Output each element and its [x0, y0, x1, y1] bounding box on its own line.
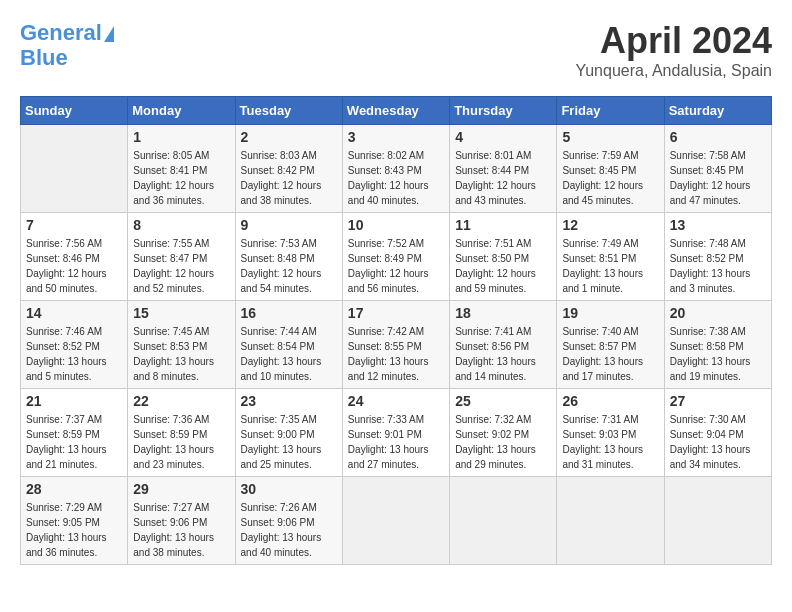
calendar-cell: 5Sunrise: 7:59 AM Sunset: 8:45 PM Daylig…	[557, 125, 664, 213]
calendar-cell: 26Sunrise: 7:31 AM Sunset: 9:03 PM Dayli…	[557, 389, 664, 477]
day-info: Sunrise: 7:59 AM Sunset: 8:45 PM Dayligh…	[562, 148, 658, 208]
day-number: 20	[670, 305, 766, 321]
day-number: 12	[562, 217, 658, 233]
calendar-cell	[557, 477, 664, 565]
day-number: 29	[133, 481, 229, 497]
day-info: Sunrise: 7:38 AM Sunset: 8:58 PM Dayligh…	[670, 324, 766, 384]
day-info: Sunrise: 7:27 AM Sunset: 9:06 PM Dayligh…	[133, 500, 229, 560]
calendar-cell: 16Sunrise: 7:44 AM Sunset: 8:54 PM Dayli…	[235, 301, 342, 389]
day-number: 23	[241, 393, 337, 409]
day-info: Sunrise: 8:02 AM Sunset: 8:43 PM Dayligh…	[348, 148, 444, 208]
day-number: 8	[133, 217, 229, 233]
calendar-cell: 22Sunrise: 7:36 AM Sunset: 8:59 PM Dayli…	[128, 389, 235, 477]
day-info: Sunrise: 7:58 AM Sunset: 8:45 PM Dayligh…	[670, 148, 766, 208]
day-info: Sunrise: 7:26 AM Sunset: 9:06 PM Dayligh…	[241, 500, 337, 560]
calendar-cell: 6Sunrise: 7:58 AM Sunset: 8:45 PM Daylig…	[664, 125, 771, 213]
day-info: Sunrise: 8:05 AM Sunset: 8:41 PM Dayligh…	[133, 148, 229, 208]
day-number: 25	[455, 393, 551, 409]
page-header: General Blue April 2024 Yunquera, Andalu…	[20, 20, 772, 80]
calendar-cell: 3Sunrise: 8:02 AM Sunset: 8:43 PM Daylig…	[342, 125, 449, 213]
calendar-cell	[664, 477, 771, 565]
day-info: Sunrise: 7:29 AM Sunset: 9:05 PM Dayligh…	[26, 500, 122, 560]
calendar-cell	[21, 125, 128, 213]
day-number: 4	[455, 129, 551, 145]
calendar-cell	[450, 477, 557, 565]
calendar-cell: 21Sunrise: 7:37 AM Sunset: 8:59 PM Dayli…	[21, 389, 128, 477]
calendar-cell: 11Sunrise: 7:51 AM Sunset: 8:50 PM Dayli…	[450, 213, 557, 301]
day-number: 27	[670, 393, 766, 409]
day-info: Sunrise: 7:51 AM Sunset: 8:50 PM Dayligh…	[455, 236, 551, 296]
day-number: 21	[26, 393, 122, 409]
weekday-header-row: SundayMondayTuesdayWednesdayThursdayFrid…	[21, 97, 772, 125]
day-info: Sunrise: 8:03 AM Sunset: 8:42 PM Dayligh…	[241, 148, 337, 208]
day-number: 5	[562, 129, 658, 145]
calendar-cell: 29Sunrise: 7:27 AM Sunset: 9:06 PM Dayli…	[128, 477, 235, 565]
weekday-header-tuesday: Tuesday	[235, 97, 342, 125]
day-number: 3	[348, 129, 444, 145]
calendar-cell: 13Sunrise: 7:48 AM Sunset: 8:52 PM Dayli…	[664, 213, 771, 301]
day-number: 9	[241, 217, 337, 233]
day-number: 16	[241, 305, 337, 321]
calendar-cell: 15Sunrise: 7:45 AM Sunset: 8:53 PM Dayli…	[128, 301, 235, 389]
day-info: Sunrise: 7:42 AM Sunset: 8:55 PM Dayligh…	[348, 324, 444, 384]
calendar-cell: 20Sunrise: 7:38 AM Sunset: 8:58 PM Dayli…	[664, 301, 771, 389]
calendar-cell	[342, 477, 449, 565]
calendar-cell: 27Sunrise: 7:30 AM Sunset: 9:04 PM Dayli…	[664, 389, 771, 477]
day-info: Sunrise: 8:01 AM Sunset: 8:44 PM Dayligh…	[455, 148, 551, 208]
day-number: 10	[348, 217, 444, 233]
calendar-cell: 9Sunrise: 7:53 AM Sunset: 8:48 PM Daylig…	[235, 213, 342, 301]
weekday-header-monday: Monday	[128, 97, 235, 125]
week-row-2: 7Sunrise: 7:56 AM Sunset: 8:46 PM Daylig…	[21, 213, 772, 301]
calendar-cell: 17Sunrise: 7:42 AM Sunset: 8:55 PM Dayli…	[342, 301, 449, 389]
day-number: 28	[26, 481, 122, 497]
calendar-cell: 14Sunrise: 7:46 AM Sunset: 8:52 PM Dayli…	[21, 301, 128, 389]
logo-blue: Blue	[20, 45, 68, 70]
day-info: Sunrise: 7:45 AM Sunset: 8:53 PM Dayligh…	[133, 324, 229, 384]
day-info: Sunrise: 7:31 AM Sunset: 9:03 PM Dayligh…	[562, 412, 658, 472]
day-number: 17	[348, 305, 444, 321]
weekday-header-saturday: Saturday	[664, 97, 771, 125]
calendar-cell: 24Sunrise: 7:33 AM Sunset: 9:01 PM Dayli…	[342, 389, 449, 477]
logo-text: General Blue	[20, 20, 114, 71]
day-number: 1	[133, 129, 229, 145]
day-number: 22	[133, 393, 229, 409]
day-info: Sunrise: 7:46 AM Sunset: 8:52 PM Dayligh…	[26, 324, 122, 384]
day-info: Sunrise: 7:32 AM Sunset: 9:02 PM Dayligh…	[455, 412, 551, 472]
calendar-cell: 1Sunrise: 8:05 AM Sunset: 8:41 PM Daylig…	[128, 125, 235, 213]
day-info: Sunrise: 7:36 AM Sunset: 8:59 PM Dayligh…	[133, 412, 229, 472]
day-info: Sunrise: 7:56 AM Sunset: 8:46 PM Dayligh…	[26, 236, 122, 296]
day-info: Sunrise: 7:30 AM Sunset: 9:04 PM Dayligh…	[670, 412, 766, 472]
day-number: 7	[26, 217, 122, 233]
day-number: 11	[455, 217, 551, 233]
calendar-cell: 12Sunrise: 7:49 AM Sunset: 8:51 PM Dayli…	[557, 213, 664, 301]
logo-general: General	[20, 20, 102, 45]
day-info: Sunrise: 7:40 AM Sunset: 8:57 PM Dayligh…	[562, 324, 658, 384]
day-number: 26	[562, 393, 658, 409]
day-info: Sunrise: 7:41 AM Sunset: 8:56 PM Dayligh…	[455, 324, 551, 384]
month-title: April 2024	[575, 20, 772, 62]
day-info: Sunrise: 7:48 AM Sunset: 8:52 PM Dayligh…	[670, 236, 766, 296]
day-number: 14	[26, 305, 122, 321]
weekday-header-wednesday: Wednesday	[342, 97, 449, 125]
calendar-cell: 30Sunrise: 7:26 AM Sunset: 9:06 PM Dayli…	[235, 477, 342, 565]
calendar-cell: 4Sunrise: 8:01 AM Sunset: 8:44 PM Daylig…	[450, 125, 557, 213]
week-row-5: 28Sunrise: 7:29 AM Sunset: 9:05 PM Dayli…	[21, 477, 772, 565]
calendar-cell: 25Sunrise: 7:32 AM Sunset: 9:02 PM Dayli…	[450, 389, 557, 477]
day-info: Sunrise: 7:55 AM Sunset: 8:47 PM Dayligh…	[133, 236, 229, 296]
title-block: April 2024 Yunquera, Andalusia, Spain	[575, 20, 772, 80]
day-info: Sunrise: 7:53 AM Sunset: 8:48 PM Dayligh…	[241, 236, 337, 296]
weekday-header-sunday: Sunday	[21, 97, 128, 125]
calendar-cell: 7Sunrise: 7:56 AM Sunset: 8:46 PM Daylig…	[21, 213, 128, 301]
calendar-cell: 10Sunrise: 7:52 AM Sunset: 8:49 PM Dayli…	[342, 213, 449, 301]
week-row-3: 14Sunrise: 7:46 AM Sunset: 8:52 PM Dayli…	[21, 301, 772, 389]
calendar-cell: 18Sunrise: 7:41 AM Sunset: 8:56 PM Dayli…	[450, 301, 557, 389]
week-row-4: 21Sunrise: 7:37 AM Sunset: 8:59 PM Dayli…	[21, 389, 772, 477]
day-info: Sunrise: 7:33 AM Sunset: 9:01 PM Dayligh…	[348, 412, 444, 472]
day-info: Sunrise: 7:44 AM Sunset: 8:54 PM Dayligh…	[241, 324, 337, 384]
calendar-cell: 8Sunrise: 7:55 AM Sunset: 8:47 PM Daylig…	[128, 213, 235, 301]
day-number: 15	[133, 305, 229, 321]
day-number: 30	[241, 481, 337, 497]
calendar-table: SundayMondayTuesdayWednesdayThursdayFrid…	[20, 96, 772, 565]
week-row-1: 1Sunrise: 8:05 AM Sunset: 8:41 PM Daylig…	[21, 125, 772, 213]
calendar-cell: 2Sunrise: 8:03 AM Sunset: 8:42 PM Daylig…	[235, 125, 342, 213]
